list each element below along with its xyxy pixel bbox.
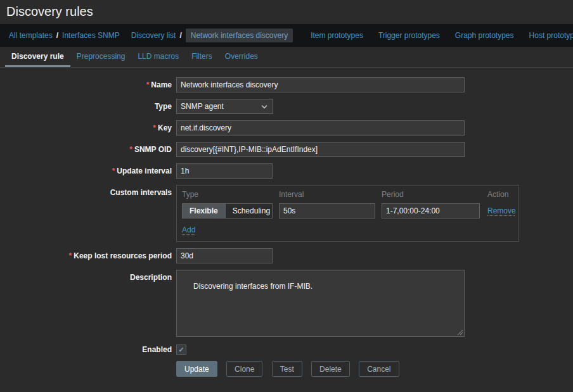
remove-interval-link[interactable]: Remove: [487, 206, 516, 215]
custom-intervals-table: Type Interval Period Action Flexible Sch…: [176, 185, 519, 242]
breadcrumb-interfaces-snmp[interactable]: Interfaces SNMP: [62, 31, 120, 40]
snmp-oid-input[interactable]: [176, 142, 465, 157]
breadcrumb-all-templates[interactable]: All templates: [9, 31, 53, 40]
row-key: *Key: [0, 120, 573, 136]
tab-filters[interactable]: Filters: [185, 47, 219, 67]
prototype-nav: Item prototypes Trigger prototypes Graph…: [303, 31, 573, 40]
checkmark-icon: ✓: [178, 346, 184, 354]
tab-lld-macros[interactable]: LLD macros: [131, 47, 185, 67]
keep-lost-input[interactable]: [176, 248, 273, 263]
enabled-label: Enabled: [0, 345, 176, 355]
row-buttons: Update Clone Test Delete Cancel: [0, 361, 573, 377]
key-input[interactable]: [176, 120, 465, 136]
key-label: *Key: [0, 120, 176, 136]
page-header: Discovery rules: [0, 0, 573, 24]
required-mark: *: [112, 167, 115, 175]
description-textarea[interactable]: Discovering interfaces from IF-MIB.: [176, 270, 465, 337]
discovery-rule-form: *Name Type SNMP agent *Key *SNMP OID *Up…: [0, 68, 573, 377]
nav-item-prototypes[interactable]: Item prototypes: [311, 31, 363, 40]
period-input[interactable]: [382, 203, 480, 218]
breadcrumb-current-rule[interactable]: Network interfaces discovery: [186, 28, 293, 42]
tab-preprocessing[interactable]: Preprocessing: [70, 47, 132, 67]
row-snmp-oid: *SNMP OID: [0, 142, 573, 157]
row-custom-intervals: Custom intervals Type Interval Period Ac…: [0, 185, 573, 242]
page-title: Discovery rules: [6, 4, 567, 19]
row-update-interval: *Update interval: [0, 163, 573, 179]
nav-trigger-prototypes[interactable]: Trigger prototypes: [378, 31, 440, 40]
row-keep-lost: *Keep lost resources period: [0, 248, 573, 263]
column-interval: Interval: [279, 190, 382, 199]
breadcrumb-separator: /: [179, 31, 181, 40]
row-name: *Name: [0, 77, 573, 92]
tab-overrides[interactable]: Overrides: [219, 47, 264, 67]
cancel-button[interactable]: Cancel: [359, 361, 399, 377]
name-input[interactable]: [176, 77, 465, 92]
custom-interval-row: Flexible Scheduling Remove: [182, 203, 513, 218]
clone-button[interactable]: Clone: [226, 361, 262, 377]
chevron-down-icon: [261, 104, 267, 109]
nav-graph-prototypes[interactable]: Graph prototypes: [455, 31, 514, 40]
breadcrumb-discovery-list[interactable]: Discovery list: [131, 31, 176, 40]
column-action: Action: [487, 190, 508, 199]
button-group: Update Clone Test Delete Cancel: [176, 361, 406, 377]
buttons-spacer: [0, 361, 176, 377]
custom-intervals-label: Custom intervals: [0, 185, 176, 242]
breadcrumb-separator: /: [56, 31, 58, 40]
column-period: Period: [382, 190, 487, 199]
interval-type-toggle: Flexible Scheduling: [182, 203, 273, 218]
add-interval-link[interactable]: Add: [182, 225, 195, 234]
type-label: Type: [0, 99, 176, 114]
description-text: Discovering interfaces from IF-MIB.: [193, 282, 312, 291]
row-description: Description Discovering interfaces from …: [0, 270, 573, 337]
toggle-scheduling[interactable]: Scheduling: [225, 204, 277, 218]
type-select[interactable]: SNMP agent: [176, 99, 273, 114]
tab-discovery-rule[interactable]: Discovery rule: [5, 47, 70, 67]
required-mark: *: [153, 123, 156, 132]
snmp-oid-label: *SNMP OID: [0, 142, 176, 157]
update-interval-input[interactable]: [176, 163, 273, 179]
enabled-checkbox[interactable]: ✓: [176, 345, 186, 355]
nav-host-prototypes[interactable]: Host prototypes: [529, 31, 573, 40]
type-select-value: SNMP agent: [181, 102, 224, 111]
name-label: *Name: [0, 77, 176, 92]
column-type: Type: [182, 190, 279, 199]
update-button[interactable]: Update: [176, 361, 217, 377]
required-mark: *: [129, 145, 132, 154]
keep-lost-label: *Keep lost resources period: [0, 248, 176, 263]
required-mark: *: [69, 251, 72, 260]
test-button[interactable]: Test: [272, 361, 302, 377]
custom-intervals-header: Type Interval Period Action: [182, 190, 513, 199]
resize-handle[interactable]: [456, 329, 463, 335]
delete-button[interactable]: Delete: [311, 361, 350, 377]
description-label: Description: [0, 270, 176, 337]
row-enabled: Enabled ✓: [0, 345, 573, 355]
update-interval-label: *Update interval: [0, 163, 176, 179]
interval-input[interactable]: [279, 203, 375, 218]
row-type: Type SNMP agent: [0, 99, 573, 114]
toggle-flexible[interactable]: Flexible: [183, 204, 225, 218]
tab-bar: Discovery rule Preprocessing LLD macros …: [0, 47, 573, 68]
breadcrumb: All templates / Interfaces SNMP Discover…: [0, 24, 573, 47]
required-mark: *: [146, 80, 150, 89]
